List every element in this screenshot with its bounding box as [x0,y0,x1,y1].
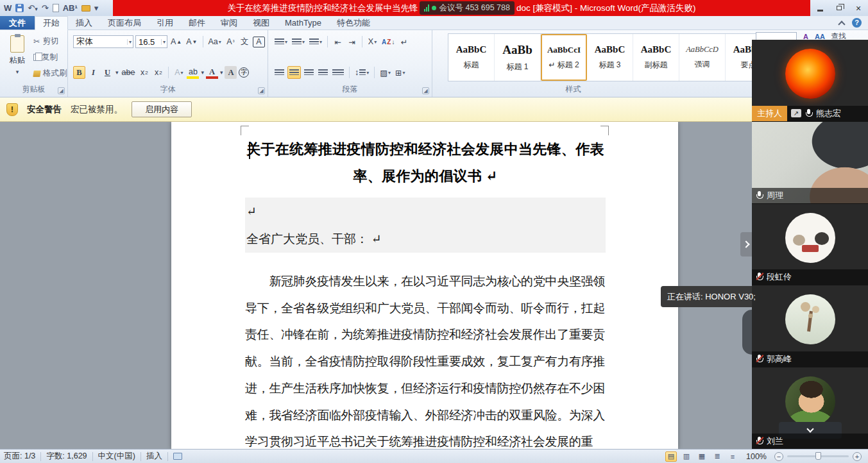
shrink-font-icon[interactable]: A▼ [185,35,198,48]
document-area[interactable]: 关于在统筹推进疫情防控和经济社会发展中当先锋、作表 率、展作为的倡议书 ↵ ↵ … [0,122,752,449]
font-dialog-launcher-icon[interactable]: ◢ [258,87,265,94]
font-color-icon[interactable]: A [206,66,218,79]
grow-font-icon[interactable]: A▲ [169,35,183,48]
new-document-icon[interactable] [53,4,59,12]
zoom-slider[interactable] [787,455,849,457]
full-screen-reading-icon[interactable]: ▥ [681,451,692,462]
style-item-selected[interactable]: AaBbCcI↵ 标题 2 [541,34,587,81]
align-left-icon[interactable] [273,66,285,79]
paste-dropdown-icon[interactable]: ▾ [16,69,19,75]
word-count[interactable]: 字数: 1,629 [46,451,87,462]
document-body-text[interactable]: 新冠肺炎疫情发生以来，在以习近平同志为核心的党中央坚强领 导下，全省各级党组织和… [245,268,608,449]
floating-button-partial[interactable] [742,310,752,355]
minimize-ribbon-icon[interactable] [838,21,845,28]
cut-button[interactable]: 剪切 [33,36,67,47]
align-right-icon[interactable] [303,66,315,79]
undo-icon[interactable]: ↶▾ [28,4,37,12]
phonetic-guide-icon[interactable]: 文 [239,35,251,48]
language-indicator[interactable]: 中文(中国) [98,451,135,462]
close-icon[interactable]: × [856,4,861,13]
folder-icon[interactable] [81,5,90,12]
bold-button[interactable]: B [73,66,85,79]
customize-toolbar-icon[interactable]: ▾ [94,4,99,12]
line-spacing-icon[interactable]: ↕▾ [353,66,370,79]
strikethrough-icon[interactable]: abe [121,66,137,79]
multilevel-list-icon[interactable]: ▾ [308,35,323,48]
bullet-list-icon[interactable]: ▾ [273,35,289,48]
asian-layout-icon[interactable]: X▾ [366,35,379,48]
shading-icon[interactable]: ▨▾ [379,66,392,79]
font-size-combo[interactable]: 16.5▾ [135,35,167,48]
tab-mathtype[interactable]: MathType [277,16,329,29]
style-item[interactable]: AaBb标题 1 [495,34,541,81]
sort-icon[interactable]: AZ↓ [380,35,396,48]
style-item[interactable]: AaBbC标题 [448,34,495,81]
enclose-characters-icon[interactable]: 字 [239,67,249,78]
text-effects-icon[interactable]: A▾ [173,66,185,79]
tab-view[interactable]: 视图 [245,16,277,29]
decrease-indent-icon[interactable]: ⇤ [332,35,344,48]
document-salutation-text[interactable]: ↵ 全省广大党员、干部： ↵ [245,198,606,253]
insert-mode-indicator[interactable]: 插入 [146,451,162,462]
format-painter-button[interactable]: 格式刷 [33,68,67,79]
borders-icon[interactable]: ⊞▾ [394,66,407,79]
zoom-out-icon[interactable]: − [774,452,783,461]
change-case-icon[interactable]: Aa▾ [207,35,223,48]
participant-tile[interactable]: 刘兰 [752,367,868,449]
format-painter-icon [33,71,40,77]
superscript-icon[interactable]: x2 [152,66,164,79]
align-center-icon[interactable] [287,66,301,79]
clipboard-dialog-launcher-icon[interactable]: ◢ [58,87,65,94]
zoom-slider-thumb[interactable] [815,452,821,460]
tab-file[interactable]: 文件 [0,16,35,29]
document-title-text[interactable]: 关于在统筹推进疫情防控和经济社会发展中当先锋、作表 率、展作为的倡议书 ↵ [245,136,606,190]
outline-view-icon[interactable]: ≣ [711,451,723,462]
justify-icon[interactable] [317,66,329,79]
minimize-icon[interactable] [817,10,823,12]
save-icon[interactable] [15,4,24,12]
tab-home[interactable]: 开始 [35,16,68,30]
clear-formatting-icon[interactable]: A³ [225,35,237,48]
numbered-list-icon[interactable]: ▾ [291,35,306,48]
macro-record-icon[interactable] [173,453,182,460]
tab-mailings[interactable]: 邮件 [181,16,213,29]
underline-button[interactable]: U [101,66,114,79]
enable-content-button[interactable]: 启用内容 [132,101,192,117]
style-item[interactable]: AaBbC标题 3 [587,34,633,81]
zoom-in-icon[interactable]: + [853,452,862,461]
font-family-combo[interactable]: 宋体▾ [73,35,133,48]
participant-tile[interactable]: 周理 [752,122,868,203]
show-marks-icon[interactable]: ↵ [398,35,410,48]
tab-review[interactable]: 审阅 [213,16,245,29]
page-indicator[interactable]: 页面: 1/3 [4,451,35,462]
subscript-icon[interactable]: x2 [138,66,150,79]
style-item[interactable]: AaBbCcD强调 [679,34,726,81]
highlight-color-icon[interactable]: ab [187,66,199,79]
participant-tile[interactable]: 段虹伶 [752,204,868,285]
footnote-icon[interactable]: AB¹ [63,4,78,12]
increase-indent-icon[interactable]: ⇥ [346,35,358,48]
web-layout-view-icon[interactable]: ▦ [696,451,708,462]
redo-icon[interactable]: ↷ [42,4,49,12]
participant-name: 段虹伶 [767,271,792,283]
style-item[interactable]: AaBbC副标题 [633,34,679,81]
distribute-icon[interactable] [331,66,345,79]
tab-page-layout[interactable]: 页面布局 [100,16,149,29]
print-layout-view-icon[interactable]: ▤ [665,451,677,462]
tab-references[interactable]: 引用 [149,16,181,29]
document-page[interactable]: 关于在统筹推进疫情防控和经济社会发展中当先锋、作表 率、展作为的倡议书 ↵ ↵ … [171,122,678,449]
help-icon[interactable]: ? [852,18,862,28]
character-border-icon[interactable]: A [253,37,265,47]
tab-insert[interactable]: 插入 [68,16,100,29]
restore-icon[interactable] [837,6,842,10]
character-shading-icon[interactable]: A [225,66,237,79]
copy-button[interactable]: 复制 [33,52,67,63]
participant-tile[interactable]: 郭高峰 [752,285,868,367]
tab-special-features[interactable]: 特色功能 [329,16,378,29]
paste-button[interactable]: 粘贴 ▾ [4,35,30,75]
participant-tile[interactable]: 主持人 熊志宏 [752,40,868,121]
zoom-level[interactable]: 100% [746,452,767,461]
panel-expand-button[interactable] [740,232,752,257]
italic-button[interactable]: I [87,66,99,79]
draft-view-icon[interactable]: ≡ [727,451,738,462]
